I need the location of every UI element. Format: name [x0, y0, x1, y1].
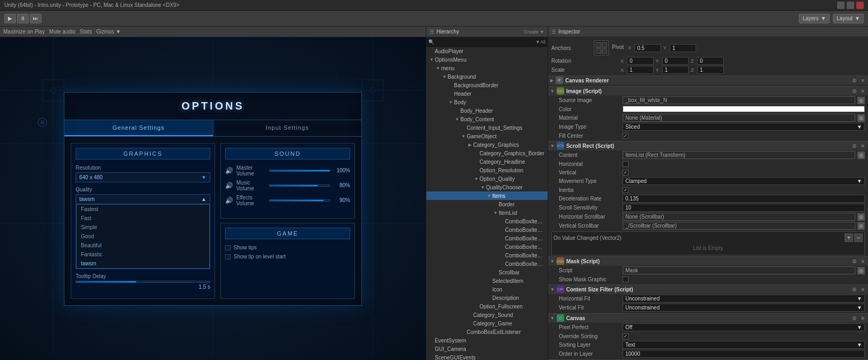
hierarchy-search-input[interactable] — [436, 39, 533, 45]
show-tips-checkbox[interactable] — [225, 245, 230, 250]
show-tip-level-checkbox[interactable] — [225, 254, 230, 259]
tree-item-AudioPlayer[interactable]: AudioPlayer — [426, 47, 548, 55]
scale-y-val[interactable]: 1 — [662, 66, 689, 74]
tree-item-Option_Fullscreen[interactable]: Option_Fullscreen — [426, 302, 548, 311]
quality-item-fast[interactable]: Fast — [77, 214, 209, 223]
canvas-header[interactable]: ▼ C Canvas ⚙ ✕ — [548, 313, 868, 323]
horizontal-checkbox[interactable] — [623, 161, 629, 167]
tree-item-Category_Sound[interactable]: Category_Sound — [426, 311, 548, 319]
resolution-select[interactable]: 640 x 480 ▼ — [76, 172, 210, 182]
decel-input[interactable]: 0.135 — [623, 195, 865, 203]
tree-item-Body_Header[interactable]: Body_Header — [426, 106, 548, 115]
tooltip-slider[interactable] — [76, 281, 210, 283]
content-size-toggle[interactable]: ✕ — [859, 287, 866, 292]
tree-item-ItemList[interactable]: ▼ItemList — [426, 208, 548, 217]
tree-item-OptionsMenu[interactable]: ▼OptionsMenu — [426, 55, 548, 64]
tree-item-Category_Game[interactable]: Category_Game — [426, 319, 548, 328]
image-script-toggle[interactable]: ✕ — [859, 88, 866, 94]
vertical-checkbox[interactable]: ✓ — [623, 170, 629, 175]
quality-item-good[interactable]: Good — [77, 232, 209, 241]
layout-dropdown[interactable]: Layout ▼ — [833, 14, 864, 23]
tree-item-Category_Headline[interactable]: Category_Headline — [426, 157, 548, 166]
tree-item-Items[interactable]: ▼Items — [426, 191, 548, 200]
pivot-x-val[interactable]: 0.5 — [634, 44, 661, 52]
music-slider[interactable] — [269, 185, 330, 187]
source-image-field[interactable]: _box_fill_white_N — [623, 96, 855, 104]
inertia-checkbox[interactable]: ✓ — [623, 187, 629, 193]
image-type-dropdown[interactable]: Sliced ▼ — [623, 123, 865, 131]
layers-dropdown[interactable]: Layers ▼ — [799, 14, 830, 23]
content-size-header[interactable]: ▼ CSF Content Size Filter (Script) ⚙ ✕ — [548, 284, 868, 294]
pause-button[interactable]: ⏸ — [17, 14, 29, 23]
canvas-toggle[interactable]: ✕ — [859, 315, 866, 321]
material-field[interactable]: None (Material) — [623, 114, 855, 122]
canvas-renderer-toggle[interactable]: ✕ — [859, 78, 866, 83]
order-in-layer-input[interactable]: 10000 — [623, 350, 865, 358]
image-script-settings[interactable]: ⚙ — [851, 88, 858, 94]
tree-item-Border[interactable]: Border — [426, 200, 548, 208]
scroll-sens-input[interactable]: 10 — [623, 204, 865, 212]
gizmos-btn[interactable]: Gizmos ▼ — [96, 29, 121, 35]
tree-item-Category_Graphics_Border[interactable]: Category_Graphics_Border — [426, 149, 548, 157]
tree-item-EventSystem[interactable]: EventSystem — [426, 336, 548, 345]
step-button[interactable]: ⏭ — [30, 14, 42, 23]
canvas-renderer-header[interactable]: ▶ 👁 Canvas Renderer ⚙ ✕ — [548, 76, 868, 85]
stats-btn[interactable]: Stats — [80, 29, 92, 35]
mask-header[interactable]: ▼ MSK Mask (Script) ⚙ ✕ — [548, 256, 868, 266]
horiz-scroll-field[interactable]: None (Scrollbar) — [623, 213, 855, 221]
maximize-on-play-btn[interactable]: Maximize on Play — [3, 29, 45, 35]
fill-center-checkbox[interactable]: ✓ — [623, 133, 629, 139]
hierarchy-all-btn[interactable]: ▼All — [535, 39, 545, 45]
close-btn[interactable] — [856, 2, 864, 9]
content-picker[interactable]: ◎ — [857, 152, 865, 159]
quality-item-beautiful[interactable]: Beautiful — [77, 241, 209, 250]
tree-item-Background[interactable]: ▼Background — [426, 72, 548, 81]
show-mask-checkbox[interactable] — [623, 277, 629, 282]
tree-item-Header[interactable]: Header — [426, 89, 548, 98]
mask-script-picker[interactable]: ◎ — [857, 267, 865, 274]
tree-item-Option_Resolution[interactable]: Option_Resolution — [426, 166, 548, 174]
tree-item-Body_Content[interactable]: ▼Body_Content — [426, 115, 548, 123]
tree-item-ComboBoxItem5[interactable]: ComboBoxItem(Clon — [426, 251, 548, 259]
mask-script-field[interactable]: Mask — [623, 266, 855, 274]
tree-item-BackgroundBorder[interactable]: BackgroundBorder — [426, 81, 548, 89]
tab-general[interactable]: General Settings — [64, 120, 213, 136]
tree-item-menu[interactable]: ▼menu — [426, 64, 548, 72]
tree-item-Icon[interactable]: Icon — [426, 285, 548, 294]
material-picker[interactable]: ◎ — [857, 114, 865, 122]
quality-item-simple[interactable]: Simple — [77, 223, 209, 232]
tree-item-GUI_Camera[interactable]: GUI_Camera — [426, 345, 548, 353]
scale-x-val[interactable]: 1 — [627, 66, 654, 74]
color-swatch[interactable] — [623, 106, 865, 112]
tree-item-Option_Quality[interactable]: ▼Option_Quality — [426, 174, 548, 183]
tree-item-Scrollbar[interactable]: Scrollbar — [426, 268, 548, 277]
vert-scroll-field[interactable]: _/Scrollbar (Scrollbar) — [623, 222, 855, 230]
mask-settings[interactable]: ⚙ — [851, 258, 858, 264]
canvas-settings[interactable]: ⚙ — [851, 315, 858, 321]
movement-dropdown[interactable]: Clamped ▼ — [623, 177, 865, 185]
ovc-remove-btn[interactable]: − — [854, 233, 863, 242]
rot-z-val[interactable]: 0 — [697, 57, 724, 65]
sorting-layer-dropdown[interactable]: Text ▼ — [623, 341, 865, 349]
tree-item-GameObject[interactable]: ▼GameObject — [426, 132, 548, 140]
tree-item-SceneGUIEvents[interactable]: SceneGUIEvents — [426, 353, 548, 360]
master-slider[interactable] — [269, 170, 330, 172]
vert-fit-dropdown[interactable]: Unconstrained ▼ — [623, 304, 865, 312]
pixel-perfect-dropdown[interactable]: Off ▼ — [623, 323, 865, 331]
content-field[interactable]: ItemList (Rect Transform) — [623, 151, 855, 159]
scroll-rect-header[interactable]: ▼ SCR Scroll Rect (Script) ⚙ ✕ — [548, 141, 868, 150]
canvas-renderer-settings[interactable]: ⚙ — [851, 78, 858, 83]
rot-x-val[interactable]: 0 — [627, 57, 654, 65]
ovc-add-btn[interactable]: + — [845, 233, 853, 242]
image-script-header[interactable]: ▼ IMG Image (Script) ⚙ ✕ — [548, 86, 868, 96]
mask-toggle[interactable]: ✕ — [859, 258, 866, 264]
quality-item-fastest[interactable]: Fastest — [77, 205, 209, 214]
play-button[interactable]: ▶ — [4, 14, 16, 23]
quality-dropdown[interactable]: tawsm ▲ Fastest Fast Simple Good Beautif… — [76, 194, 210, 269]
tree-item-Body[interactable]: ▼Body — [426, 98, 548, 106]
tree-item-ComboBoxItem3[interactable]: ComboBoxItem(Clon — [426, 234, 548, 242]
tree-item-Description[interactable]: Description — [426, 294, 548, 302]
tree-item-Category_Graphics[interactable]: ▶Category_Graphics — [426, 140, 548, 149]
scale-z-val[interactable]: 1 — [697, 66, 724, 74]
content-size-settings[interactable]: ⚙ — [851, 287, 858, 292]
